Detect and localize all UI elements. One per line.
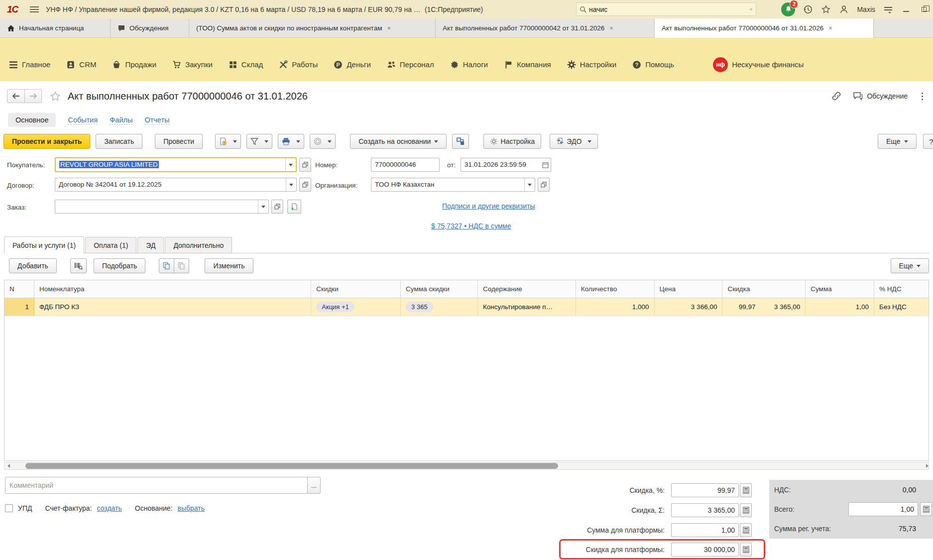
copy-rows-button[interactable] (159, 258, 174, 273)
col-vat[interactable]: % НДС (874, 280, 929, 298)
invoice-create-link[interactable]: создать (97, 504, 122, 512)
menu-main[interactable]: Главное (9, 60, 50, 69)
dropdown-caret-icon[interactable] (258, 200, 268, 213)
save-button[interactable]: Записать (96, 134, 142, 149)
tab-ed[interactable]: ЭД (137, 237, 164, 253)
table-row[interactable]: 1 ФДБ ПРО КЗ Акция +1 3 365 Консультиров… (4, 298, 929, 316)
menu-warehouse[interactable]: Склад (229, 60, 263, 69)
horizontal-scrollbar[interactable] (4, 462, 929, 470)
back-button[interactable] (7, 90, 24, 103)
col-nomenclature[interactable]: Номенклатура (34, 280, 311, 298)
dropdown-caret-icon[interactable] (286, 178, 296, 191)
discount-badge[interactable]: Акция +1 (316, 302, 354, 312)
edit-row-button[interactable]: Изменить (205, 258, 253, 273)
total-input[interactable]: 1,00 (848, 502, 918, 516)
col-qty[interactable]: Количество (576, 280, 655, 298)
favorites-star-icon[interactable] (821, 4, 831, 14)
platform-sum-input[interactable]: 1,00 (671, 523, 739, 537)
menu-money[interactable]: P Деньги (334, 60, 370, 69)
tab-additional[interactable]: Дополнительно (165, 237, 232, 253)
order-field[interactable] (55, 200, 269, 214)
forward-button[interactable] (24, 90, 41, 103)
pick-button[interactable]: Подобрать (94, 258, 146, 273)
menu-taxes[interactable]: Налоги (450, 60, 488, 69)
create-act-print-button[interactable] (215, 134, 241, 149)
upd-checkbox[interactable] (5, 504, 13, 512)
barcode-button[interactable] (70, 258, 87, 273)
discount-pct-input[interactable]: 99,97 (671, 483, 739, 497)
nav-events[interactable]: События (68, 116, 98, 124)
filter-button[interactable] (246, 134, 272, 149)
scroll-left-button[interactable] (4, 462, 12, 469)
table-more-button[interactable]: Еще (891, 258, 930, 273)
tab-discussions[interactable]: Обсуждения (111, 18, 189, 38)
discount-sum-input[interactable]: 3 365,00 (671, 503, 739, 517)
discussion-button[interactable]: Обсуждение (853, 92, 908, 101)
contract-open-button[interactable] (299, 178, 311, 192)
tab-payment[interactable]: Оплата (1) (85, 237, 136, 253)
menu-settings[interactable]: Настройки (567, 60, 617, 69)
comment-input[interactable] (5, 477, 308, 494)
create-based-on-button[interactable]: Создать на основании (350, 134, 447, 149)
comment-expand-button[interactable]: ... (307, 477, 321, 494)
close-icon[interactable]: × (828, 24, 832, 32)
link-icon[interactable] (831, 91, 842, 101)
menu-lines-icon[interactable] (883, 5, 893, 13)
currency-vat-link[interactable]: $ 75,7327 • НДС в сумме (431, 222, 511, 230)
buyer-open-button[interactable] (299, 158, 311, 172)
menu-crm[interactable]: CRM (66, 60, 96, 69)
contract-field[interactable]: Договор № 342041 от 19.12.2025 (55, 178, 297, 192)
dropdown-caret-icon[interactable] (285, 158, 296, 171)
col-n[interactable]: N (4, 280, 34, 298)
number-field[interactable]: 77000000046 (371, 158, 440, 172)
scrollbar-thumb[interactable] (25, 463, 558, 469)
menu-works[interactable]: Работы (279, 60, 318, 69)
requisites-link[interactable]: Подписи и другие реквизиты (442, 202, 535, 210)
col-discount-sum[interactable]: Сумма скидки (401, 280, 478, 298)
tab-act-46[interactable]: Акт выполненных работ 77000000046 от 31.… (655, 18, 874, 38)
nav-main[interactable]: Основное (8, 113, 56, 127)
history-icon[interactable] (803, 4, 813, 14)
restore-button[interactable] (919, 4, 929, 14)
col-content[interactable]: Содержание (478, 280, 576, 298)
col-discounts[interactable]: Скидки (311, 280, 401, 298)
menu-sales[interactable]: Продажи (112, 60, 156, 69)
order-open-button[interactable] (271, 200, 283, 214)
calc-button[interactable] (740, 483, 752, 497)
notifications-button[interactable]: 2 (781, 2, 795, 16)
settings-button[interactable]: Настройка (483, 134, 541, 149)
close-icon[interactable]: × (387, 24, 391, 32)
menu-purchases[interactable]: Закупки (172, 60, 213, 69)
calc-button[interactable] (740, 503, 752, 517)
dropdown-caret-icon[interactable] (524, 178, 535, 191)
calendar-icon[interactable] (540, 158, 551, 171)
menu-help[interactable]: ? Помощь (632, 60, 674, 69)
help-button[interactable]: ? (923, 134, 933, 149)
date-field[interactable]: 31.01.2026 23:59:59 (461, 158, 551, 172)
global-search-input[interactable]: начис × (576, 2, 756, 16)
tab-home[interactable]: Начальная страница (0, 18, 111, 38)
platform-discount-input[interactable]: 30 000,00 (671, 543, 739, 557)
tab-act-42[interactable]: Акт выполненных работ 77000000042 от 31.… (436, 18, 655, 38)
add-row-button[interactable]: Добавить (9, 258, 57, 273)
post-button[interactable]: Провести (155, 134, 203, 149)
more-dots-icon[interactable] (919, 92, 926, 101)
menu-company[interactable]: Компания (504, 60, 551, 69)
create-order-button[interactable] (287, 200, 301, 214)
col-discount[interactable]: Скидка (722, 280, 806, 298)
seal-signature-button[interactable] (310, 134, 336, 149)
clear-search-icon[interactable]: × (749, 5, 753, 13)
print-button[interactable] (278, 134, 304, 149)
post-and-close-button[interactable]: Провести и закрыть (3, 134, 90, 149)
tab-works-services[interactable]: Работы и услуги (1) (4, 236, 84, 253)
org-open-button[interactable] (538, 178, 550, 192)
tab-report-discounts[interactable]: (ТОО) Сумма актов и скидки по иностранны… (189, 18, 436, 38)
main-menu-icon[interactable] (30, 6, 39, 12)
edo-button[interactable]: ЭДО (550, 134, 598, 149)
more-button[interactable]: Еще (878, 134, 917, 149)
current-user[interactable]: Maxis (857, 5, 875, 13)
calc-button[interactable] (740, 523, 752, 537)
menu-partner-nf[interactable]: нф Нескучные финансы (713, 57, 804, 72)
favorite-star-icon[interactable] (50, 91, 61, 102)
org-field[interactable]: ТОО НФ Казахстан (371, 178, 535, 192)
